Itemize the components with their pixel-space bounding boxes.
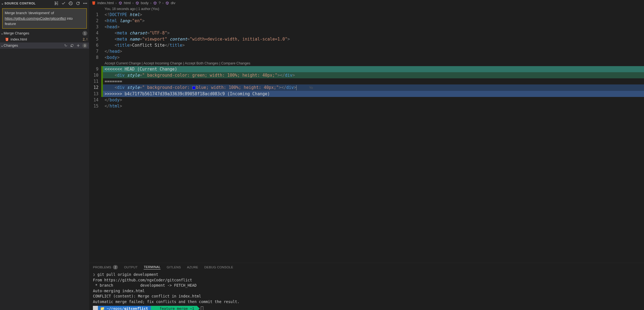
compare-changes[interactable]: Compare Changes: [221, 61, 250, 65]
cube-icon: [135, 1, 139, 5]
accept-both-changes[interactable]: Accept Both Changes: [185, 61, 218, 65]
apple-icon: [93, 306, 98, 310]
source-control-header: ⌄ SOURCE CONTROL: [0, 0, 89, 7]
section-badge: 0: [82, 43, 87, 48]
breadcrumb[interactable]: index.html › html › body › ? › div: [89, 0, 644, 6]
terminal-prompt: 📁 ~/repos/gitconflict feature merge ~1: [93, 306, 640, 310]
panel-tabs: PROBLEMS2 OUTPUT TERMINAL GITLENS AZURE …: [89, 263, 644, 271]
cube-icon: [118, 1, 122, 5]
merge-changes-section[interactable]: ⌄ Merge Changes 1: [0, 30, 89, 36]
source-control-title: SOURCE CONTROL: [4, 2, 36, 5]
svg-point-3: [86, 3, 87, 4]
tab-problems[interactable]: PROBLEMS2: [93, 265, 118, 269]
file-name: index.html: [11, 37, 83, 41]
cube-icon: [165, 1, 169, 5]
breadcrumb-part[interactable]: div: [171, 1, 176, 5]
cube-icon: [153, 1, 157, 5]
section-label: Changes: [4, 43, 64, 48]
gitlens-blame[interactable]: You, 18 seconds ago | 1 author (You): [89, 6, 644, 12]
svg-point-1: [83, 3, 84, 4]
stage-all-icon[interactable]: [76, 44, 80, 48]
svg-point-2: [85, 3, 85, 4]
commit-message-input[interactable]: Merge branch 'development' of https://gi…: [2, 8, 87, 29]
terminal-output[interactable]: ❯ git pull origin development From https…: [89, 271, 644, 310]
breadcrumb-file[interactable]: index.html: [97, 1, 114, 5]
bottom-panel: PROBLEMS2 OUTPUT TERMINAL GITLENS AZURE …: [89, 263, 644, 310]
tab-debug-console[interactable]: DEBUG CONSOLE: [204, 266, 233, 269]
terminal-command: git pull origin development: [97, 272, 158, 277]
breadcrumb-part[interactable]: ?: [159, 1, 161, 5]
editor-area: index.html › html › body › ? › div You, …: [89, 0, 644, 310]
changes-section[interactable]: ⌄ Changes 0: [0, 42, 89, 49]
chevron-down-icon[interactable]: ⌄: [1, 2, 4, 5]
tab-azure[interactable]: AZURE: [187, 266, 198, 269]
breadcrumb-part[interactable]: body: [141, 1, 149, 5]
html-file-icon: [5, 38, 9, 41]
more-icon[interactable]: [83, 1, 87, 6]
undo-icon[interactable]: [70, 44, 74, 48]
history-icon[interactable]: [69, 1, 73, 6]
accept-current-change[interactable]: Accept Current Change: [105, 61, 141, 65]
commit-msg-url[interactable]: https://github.com/ngxCoder/gitconflict: [5, 16, 66, 21]
conflict-head-marker: <<<<<<< HEAD (Current Change): [105, 67, 177, 72]
problems-badge: 2: [113, 265, 118, 269]
inline-blame: Yo: [309, 86, 313, 90]
view-tree-icon[interactable]: [54, 1, 59, 6]
tab-output[interactable]: OUTPUT: [124, 266, 138, 269]
conflict-separator: =======: [105, 79, 122, 84]
prompt-path: 📁 ~/repos/gitconflict: [98, 306, 151, 310]
terminal-cursor: [201, 306, 203, 310]
code-editor[interactable]: You, 18 seconds ago | 1 author (You) 1<!…: [89, 6, 644, 263]
chevron-down-icon: ⌄: [1, 31, 4, 35]
source-control-sidebar: ⌄ SOURCE CONTROL Merge branch 'developme…: [0, 0, 89, 310]
section-badge: 1: [82, 31, 87, 36]
discard-all-icon[interactable]: [64, 44, 68, 48]
refresh-icon[interactable]: [76, 1, 80, 6]
file-row[interactable]: index.html 2, !: [0, 36, 89, 42]
tab-gitlens[interactable]: GITLENS: [167, 266, 181, 269]
section-label: Merge Changes: [4, 31, 82, 35]
conflict-foot-marker: >>>>>>> b4c71f7b561747d39a33639c89058f18…: [105, 91, 270, 96]
html-file-icon: [92, 1, 96, 5]
breadcrumb-part[interactable]: html: [124, 1, 131, 5]
prompt-branch: feature merge ~1: [151, 306, 197, 310]
file-status: 2, !: [83, 38, 87, 41]
commit-msg-prefix: Merge branch 'development' of: [5, 11, 54, 15]
chevron-down-icon: ⌄: [1, 43, 4, 48]
commit-check-icon[interactable]: [61, 1, 66, 6]
text-cursor: [296, 85, 296, 90]
color-swatch-icon[interactable]: [192, 86, 196, 89]
accept-incoming-change[interactable]: Accept Incoming Change: [143, 61, 182, 65]
conflict-codelens: Accept Current Change | Accept Incoming …: [89, 61, 644, 66]
tab-terminal[interactable]: TERMINAL: [144, 265, 161, 269]
